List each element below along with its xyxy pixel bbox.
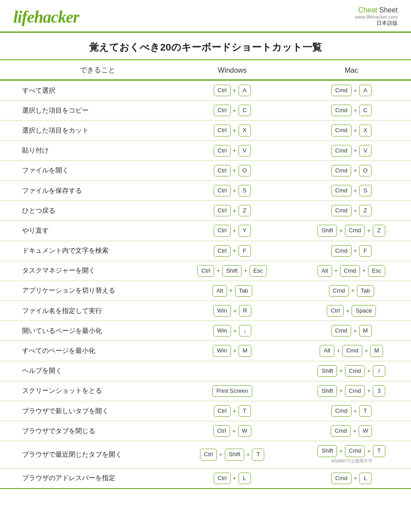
plus-separator: + — [367, 227, 371, 234]
plus-separator: + — [233, 328, 237, 334]
key-cap: M — [359, 325, 372, 336]
plus-separator: + — [334, 267, 338, 274]
table-row: ファイル名を指定して実行Win+RCtrl+Space — [0, 301, 411, 321]
mac-cell: Cmd+V — [292, 141, 411, 160]
key-cap: Ctrl — [214, 105, 231, 116]
key-cap: O — [359, 165, 372, 176]
key-combination: Cmd+X — [331, 125, 372, 136]
key-cap: Shift — [317, 445, 337, 457]
key-cap: A — [239, 85, 251, 96]
mac-cell: Shift+Cmd+3 — [292, 381, 411, 401]
cheat-label: Cheat — [358, 6, 377, 14]
key-combination: Ctrl+Y — [214, 225, 251, 236]
key-cap: Z — [359, 205, 372, 216]
key-combination: Win+M — [213, 345, 251, 356]
key-cap: Cmd — [331, 125, 351, 136]
key-combination: Ctrl+X — [214, 125, 251, 136]
key-combination: Cmd+V — [331, 145, 372, 156]
mac-cell: Cmd+O — [292, 160, 411, 180]
plus-separator: + — [351, 287, 355, 294]
key-cap: W — [359, 425, 372, 437]
plus-separator: + — [354, 207, 357, 214]
plus-separator: + — [367, 448, 371, 454]
key-cap: X — [239, 125, 251, 136]
key-combination: Cmd+W — [331, 425, 372, 437]
key-cap: Cmd — [331, 185, 351, 196]
plus-separator: + — [337, 348, 340, 354]
plus-separator: + — [232, 428, 236, 434]
key-combination: Shift+Cmd+3 — [317, 385, 385, 397]
key-combination: Cmd+F — [331, 245, 372, 257]
mac-cell: Cmd+A — [292, 80, 411, 101]
key-cap: Y — [239, 225, 251, 236]
mac-cell: Cmd+W — [292, 421, 411, 441]
key-cap: Ctrl — [214, 245, 231, 257]
key-cap: Z — [373, 225, 385, 236]
mac-cell: Cmd+X — [292, 121, 411, 141]
plus-separator: + — [233, 247, 236, 254]
key-combination: Ctrl+L — [214, 473, 251, 484]
logo: lifehacker — [13, 7, 79, 27]
table-row: ドキュメント内で文字を検索Ctrl+FCmd+F — [0, 241, 411, 261]
key-cap: Ctrl — [214, 125, 231, 136]
key-cap: Alt — [317, 265, 332, 277]
action-cell: スクリーンショットをとる — [0, 381, 172, 401]
key-cap: T — [373, 445, 385, 457]
plus-separator: + — [339, 227, 343, 234]
key-combination: Cmd+Tab — [329, 285, 374, 297]
plus-separator: + — [353, 328, 357, 334]
key-cap: T — [239, 405, 251, 417]
key-combination: Ctrl+O — [214, 165, 251, 176]
key-combination: Cmd+C — [331, 105, 372, 116]
table-row: ファイルを保存するCtrl+SCmd+S — [0, 180, 411, 200]
shortcut-table: できること Windows Mac すべて選択Ctrl+ACmd+A選択した項目… — [0, 60, 411, 489]
windows-cell: Win+R — [172, 301, 292, 321]
mac-cell: Shift+Cmd+/ — [292, 361, 411, 381]
col-header-action: できること — [0, 60, 172, 80]
col-header-windows: Windows — [172, 60, 292, 80]
windows-cell — [172, 361, 292, 381]
key-cap: Ctrl — [214, 185, 231, 196]
key-cap: Cmd — [345, 385, 365, 397]
key-cap: Cmd — [331, 205, 351, 216]
table-row: ファイルを開くCtrl+OCmd+O — [0, 160, 411, 180]
mac-cell: Cmd+F — [292, 241, 411, 261]
key-combination: Cmd+M — [331, 325, 372, 336]
mac-cell: Shift+Cmd+T※Safariでは使用不可 — [292, 441, 411, 468]
key-cap: Cmd — [331, 325, 351, 336]
key-cap: M — [239, 345, 251, 356]
mac-cell: Ctrl+Space — [292, 301, 411, 321]
key-cap: Cmd — [340, 265, 360, 277]
key-cap: Ctrl — [214, 145, 231, 156]
key-cap: Cmd — [331, 145, 351, 156]
mac-cell: Cmd+S — [292, 180, 411, 200]
table-row: スクリーンショットをとるPrint ScreenShift+Cmd+3 — [0, 381, 411, 401]
key-combination: Alt+Tab — [212, 285, 252, 297]
action-cell: ドキュメント内で文字を検索 — [0, 241, 172, 261]
key-combination: Ctrl+V — [214, 145, 251, 156]
windows-cell: Ctrl+Y — [172, 221, 292, 241]
mac-cell: Cmd+L — [292, 468, 411, 489]
action-cell: ブラウザのアドレスバーを指定 — [0, 468, 172, 489]
key-combination: Cmd+T — [331, 405, 372, 417]
windows-cell: Ctrl+F — [172, 241, 292, 261]
action-cell: 貼り付け — [0, 141, 172, 160]
key-cap: Cmd — [331, 85, 351, 96]
table-row: アプリケーションを切り替えるAlt+TabCmd+Tab — [0, 281, 411, 301]
shortcut-note: ※Safariでは使用不可 — [295, 458, 407, 464]
key-combination: Cmd+A — [331, 85, 372, 96]
table-row: 開いているページを最小化Win+↓Cmd+M — [0, 321, 411, 341]
plus-separator: + — [367, 387, 371, 394]
key-cap: Space — [352, 305, 376, 317]
key-cap: F — [239, 245, 251, 257]
key-cap: X — [359, 125, 372, 136]
plus-separator: + — [233, 308, 237, 314]
action-cell: 開いているページを最小化 — [0, 321, 172, 341]
plus-separator: + — [354, 408, 357, 415]
plus-separator: + — [233, 348, 237, 354]
key-cap: Esc — [368, 265, 386, 277]
table-row: ブラウザのアドレスバーを指定Ctrl+LCmd+L — [0, 468, 411, 489]
windows-cell: Ctrl+T — [172, 401, 292, 421]
key-cap: Shift — [222, 265, 242, 277]
key-combination: Shift+Cmd+T — [317, 445, 385, 457]
